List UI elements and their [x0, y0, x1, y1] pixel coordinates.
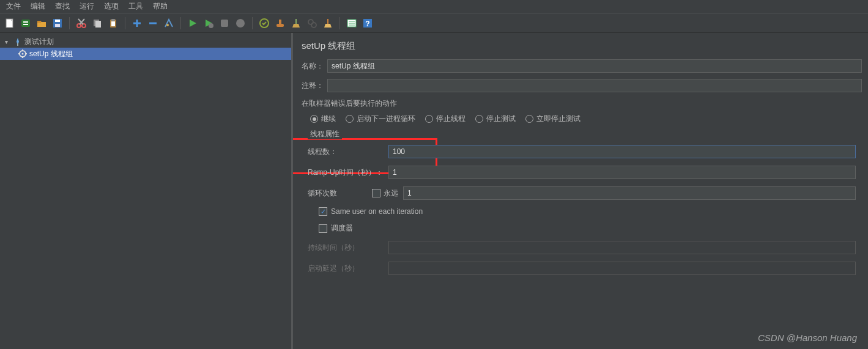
- search-icon[interactable]: [305, 17, 319, 30]
- form-panel: setUp 线程组 名称： 注释： 在取样器错误后要执行的动作 继续 启动下一进…: [293, 33, 868, 349]
- name-input[interactable]: [327, 59, 862, 73]
- comment-input[interactable]: [327, 79, 862, 92]
- tree-root-label: 测试计划: [24, 37, 54, 47]
- svg-rect-7: [55, 20, 60, 22]
- svg-text:?: ?: [365, 20, 369, 28]
- open-icon[interactable]: [35, 17, 48, 30]
- same-user-checkbox[interactable]: Same user on each iteration: [319, 207, 856, 216]
- row-rampup: Ramp-Up时间（秒）：: [308, 166, 856, 179]
- radio-icon: [475, 115, 483, 123]
- toolbar: ?: [0, 13, 868, 33]
- stop-icon[interactable]: [218, 17, 231, 30]
- main-area: ▾ 测试计划 setUp 线程组 setUp 线程组 名称： 注释： 在取样器错…: [0, 33, 868, 349]
- svg-rect-17: [111, 21, 115, 26]
- svg-rect-8: [55, 24, 60, 27]
- delay-label: 启动延迟（秒）: [308, 263, 388, 274]
- loop-label: 循环次数: [308, 188, 372, 199]
- thread-props-legend: 线程属性: [308, 129, 342, 139]
- save-icon[interactable]: [51, 17, 64, 30]
- svg-point-24: [209, 23, 213, 28]
- radio-continue[interactable]: 继续: [310, 114, 336, 124]
- rampup-label: Ramp-Up时间（秒）：: [308, 167, 388, 178]
- menu-file[interactable]: 文件: [1, 0, 26, 13]
- svg-rect-25: [221, 20, 228, 27]
- copy-icon[interactable]: [91, 17, 104, 30]
- radio-stop-thread[interactable]: 停止线程: [425, 114, 466, 124]
- row-loop: 循环次数 永远: [308, 186, 856, 200]
- radio-icon: [525, 115, 533, 123]
- checkbox-icon: [319, 224, 327, 233]
- menu-help[interactable]: 帮助: [148, 0, 172, 13]
- page-title: setUp 线程组: [302, 40, 862, 52]
- cut-icon[interactable]: [75, 17, 88, 30]
- row-threads: 线程数：: [308, 145, 856, 158]
- toggle-icon[interactable]: [162, 17, 176, 30]
- menu-run[interactable]: 运行: [75, 0, 99, 13]
- radio-icon: [346, 115, 354, 123]
- svg-point-32: [311, 23, 316, 28]
- radio-icon: [310, 115, 318, 123]
- menu-search[interactable]: 查找: [50, 0, 75, 13]
- svg-point-26: [236, 19, 245, 28]
- tree-child-setup-thread-group[interactable]: setUp 线程组: [0, 48, 291, 60]
- tree-panel: ▾ 测试计划 setUp 线程组: [0, 33, 293, 349]
- clear-all-icon[interactable]: [273, 17, 287, 30]
- svg-marker-22: [190, 20, 196, 27]
- svg-rect-29: [279, 20, 281, 24]
- duration-label: 持续时间（秒）: [308, 243, 388, 253]
- checkbox-icon: [372, 189, 380, 197]
- gear-icon: [18, 50, 27, 58]
- svg-point-43: [22, 53, 24, 55]
- radio-next-loop[interactable]: 启动下一进程循环: [346, 114, 415, 124]
- radio-icon: [425, 115, 433, 123]
- shutdown-icon[interactable]: [234, 17, 247, 30]
- collapse-icon[interactable]: [146, 17, 160, 30]
- radio-stop-now[interactable]: 立即停止测试: [525, 114, 581, 124]
- svg-rect-5: [37, 21, 41, 23]
- loop-forever-checkbox[interactable]: 永远: [372, 188, 398, 199]
- rampup-input[interactable]: [388, 166, 856, 179]
- tree-root[interactable]: ▾ 测试计划: [0, 35, 291, 48]
- svg-rect-16: [111, 19, 115, 21]
- clear-icon[interactable]: [258, 17, 271, 30]
- start-no-timers-icon[interactable]: [202, 17, 215, 30]
- svg-point-21: [166, 24, 169, 26]
- help-icon[interactable]: ?: [361, 17, 374, 30]
- function-helper-icon[interactable]: [345, 17, 358, 30]
- checkbox-icon: [319, 207, 327, 216]
- svg-rect-4: [23, 24, 28, 25]
- test-plan-icon: [13, 37, 22, 46]
- reset-search-icon[interactable]: [321, 17, 335, 30]
- template-icon[interactable]: [19, 17, 32, 30]
- name-label: 名称：: [302, 61, 327, 72]
- svg-rect-41: [17, 43, 18, 46]
- row-name: 名称：: [302, 59, 862, 73]
- svg-rect-3: [23, 21, 28, 23]
- paste-icon[interactable]: [106, 17, 120, 30]
- start-icon[interactable]: [186, 17, 199, 30]
- expand-icon[interactable]: [130, 17, 144, 30]
- svg-rect-14: [95, 21, 101, 28]
- tree-child-label: setUp 线程组: [29, 49, 73, 59]
- menu-edit[interactable]: 编辑: [26, 0, 50, 13]
- thread-props-fieldset: 线程属性 线程数： Ramp-Up时间（秒）： 循环次数 永远 Same use: [302, 134, 862, 288]
- menubar: 文件 编辑 查找 运行 选项 工具 帮助: [0, 0, 868, 13]
- svg-rect-2: [21, 20, 30, 27]
- duration-input: [388, 241, 856, 254]
- svg-rect-30: [295, 19, 297, 24]
- menu-tools[interactable]: 工具: [124, 0, 148, 13]
- threads-label: 线程数：: [308, 147, 388, 157]
- broom-icon[interactable]: [289, 17, 303, 30]
- error-action-label: 在取样器错误后要执行的动作: [302, 98, 862, 109]
- row-delay: 启动延迟（秒）: [308, 262, 856, 275]
- menu-options[interactable]: 选项: [99, 0, 124, 13]
- comment-label: 注释：: [302, 81, 327, 91]
- loop-input[interactable]: [403, 186, 856, 200]
- delay-input: [388, 262, 856, 275]
- threads-input[interactable]: [388, 145, 856, 158]
- new-icon[interactable]: [3, 17, 17, 30]
- row-comment: 注释：: [302, 79, 862, 92]
- expand-toggle-icon[interactable]: ▾: [5, 39, 11, 45]
- radio-stop-test[interactable]: 停止测试: [475, 114, 516, 124]
- scheduler-checkbox[interactable]: 调度器: [319, 223, 856, 233]
